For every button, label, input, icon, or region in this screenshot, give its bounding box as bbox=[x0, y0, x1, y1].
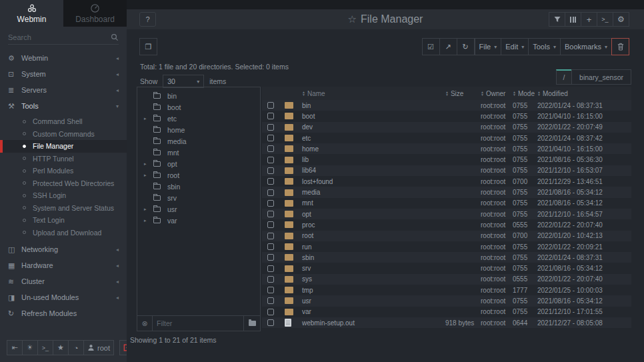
table-row[interactable]: lost+foundroot:root07002021/12/29 - 13:4… bbox=[262, 176, 631, 187]
sidebar-item-http-tunnel[interactable]: HTTP Tunnel bbox=[0, 153, 127, 165]
row-checkbox[interactable] bbox=[267, 276, 274, 283]
file-name[interactable]: lost+found bbox=[302, 178, 445, 185]
tree-item-sbin[interactable]: sbin bbox=[137, 181, 260, 192]
file-name[interactable]: opt bbox=[302, 211, 445, 218]
tree-item-home[interactable]: home bbox=[137, 124, 260, 135]
column-header-modified[interactable]: ▲▼Modified bbox=[537, 90, 631, 97]
terminal-button[interactable]: >_ bbox=[37, 340, 53, 355]
sidebar-item-system-and-server-status[interactable]: System and Server Status bbox=[0, 202, 127, 215]
row-checkbox[interactable] bbox=[267, 309, 274, 315]
theme-button[interactable]: ☀ bbox=[22, 340, 38, 355]
column-header-mode[interactable]: ▲▼Mode bbox=[513, 90, 537, 97]
select-all-button[interactable]: ☑ bbox=[422, 38, 440, 55]
page-size-select[interactable]: 30 ▾ bbox=[163, 75, 204, 88]
row-checkbox[interactable] bbox=[267, 135, 274, 141]
menu-tools-button[interactable]: Tools▾ bbox=[528, 38, 561, 55]
table-row[interactable]: webmin-setup.out918 bytesroot:root064420… bbox=[262, 317, 631, 328]
file-name[interactable]: var bbox=[302, 308, 445, 315]
paste-button[interactable]: ❐ bbox=[139, 38, 157, 55]
sidebar-item-servers[interactable]: ≣Servers◂ bbox=[0, 82, 127, 98]
export-button[interactable]: ↗ bbox=[439, 38, 457, 55]
sidebar-item-cluster[interactable]: ≋Cluster◂ bbox=[0, 273, 127, 289]
tree-item-opt[interactable]: ▸opt bbox=[137, 158, 260, 169]
row-checkbox[interactable] bbox=[267, 167, 274, 174]
sidebar-item-tools[interactable]: ⚒Tools▾ bbox=[0, 98, 127, 114]
row-checkbox[interactable] bbox=[267, 265, 274, 272]
row-checkbox[interactable] bbox=[267, 113, 274, 119]
file-name[interactable]: boot bbox=[302, 113, 445, 120]
sidebar-item-hardware[interactable]: ▦Hardware◂ bbox=[0, 257, 127, 273]
sidebar-item-networking[interactable]: ◫Networking◂ bbox=[0, 241, 127, 257]
menu-bookmarks-button[interactable]: Bookmarks▾ bbox=[560, 38, 612, 55]
table-row[interactable]: binroot:root07552022/01/24 - 08:37:31 bbox=[262, 100, 631, 111]
table-row[interactable]: procroot:root05552022/01/22 - 20:07:40 bbox=[262, 219, 631, 230]
menu-edit-button[interactable]: Edit▾ bbox=[501, 38, 529, 55]
tree-item-etc[interactable]: ▸etc bbox=[137, 113, 260, 124]
column-header-size[interactable]: ▲▼Size bbox=[445, 90, 481, 97]
file-name[interactable]: usr bbox=[302, 297, 445, 305]
filter-input[interactable] bbox=[157, 319, 243, 327]
table-row[interactable]: devroot:root07552022/01/22 - 20:07:49 bbox=[262, 122, 631, 133]
tab-dashboard[interactable]: Dashboard bbox=[63, 0, 127, 27]
columns-button[interactable] bbox=[565, 12, 581, 27]
table-row[interactable]: srvroot:root07552021/08/16 - 05:34:12 bbox=[262, 263, 631, 273]
table-row[interactable]: optroot:root07552021/12/10 - 16:54:57 bbox=[262, 209, 631, 219]
sidebar-item-ssh-login[interactable]: SSH Login bbox=[0, 189, 127, 202]
sidebar-item-refresh-modules[interactable]: ↻Refresh Modules bbox=[0, 305, 127, 321]
user-button[interactable]: root bbox=[83, 340, 114, 355]
menu-file-button[interactable]: File▾ bbox=[475, 38, 502, 55]
breadcrumb-current[interactable]: binary_sensor bbox=[571, 69, 631, 85]
table-row[interactable]: homeroot:root07552021/04/10 - 16:15:00 bbox=[262, 143, 631, 154]
tree-item-bin[interactable]: bin bbox=[137, 90, 260, 101]
tree-item-usr[interactable]: ▸usr bbox=[137, 203, 260, 215]
column-header-name[interactable]: ▲▼Name bbox=[302, 90, 445, 97]
sidebar-item-file-manager[interactable]: File Manager bbox=[0, 140, 127, 153]
row-checkbox[interactable] bbox=[267, 211, 274, 217]
help-button[interactable]: ? bbox=[139, 12, 156, 27]
row-checkbox[interactable] bbox=[267, 221, 274, 228]
file-name[interactable]: tmp bbox=[302, 287, 445, 294]
sidebar-item-custom-commands[interactable]: Custom Commands bbox=[0, 128, 127, 141]
table-row[interactable]: bootroot:root07552021/04/10 - 16:15:00 bbox=[262, 111, 631, 121]
row-checkbox[interactable] bbox=[267, 243, 274, 250]
circle-x-icon[interactable]: ⊗ bbox=[137, 319, 152, 328]
tab-webmin[interactable]: Webmin bbox=[0, 0, 63, 27]
breadcrumb-root[interactable]: / bbox=[556, 69, 572, 85]
file-name[interactable]: dev bbox=[302, 123, 445, 131]
file-name[interactable]: sbin bbox=[302, 254, 445, 261]
search-input[interactable] bbox=[8, 33, 111, 41]
file-name[interactable]: bin bbox=[302, 102, 445, 109]
row-checkbox[interactable] bbox=[267, 287, 274, 293]
tree-item-root[interactable]: ▸root bbox=[137, 169, 260, 181]
table-row[interactable]: rootroot:root07002022/01/20 - 10:42:13 bbox=[262, 231, 631, 241]
sidebar-item-command-shell[interactable]: Command Shell bbox=[0, 115, 127, 128]
file-name[interactable]: media bbox=[302, 189, 445, 196]
table-row[interactable]: mntroot:root07552021/08/16 - 05:34:12 bbox=[262, 198, 631, 209]
tree-item-srv[interactable]: srv bbox=[137, 192, 260, 203]
table-row[interactable]: libroot:root07552021/08/16 - 05:36:30 bbox=[262, 154, 631, 165]
filter-button[interactable] bbox=[549, 12, 565, 27]
table-row[interactable]: runroot:root07552022/01/22 - 20:09:21 bbox=[262, 241, 631, 252]
row-checkbox[interactable] bbox=[267, 319, 274, 326]
row-checkbox[interactable] bbox=[267, 254, 274, 261]
column-header-owner[interactable]: ▲▼Owner bbox=[481, 90, 513, 97]
row-checkbox[interactable] bbox=[267, 178, 274, 185]
file-name[interactable]: mnt bbox=[302, 199, 445, 207]
favorite-star-icon[interactable]: ☆ bbox=[348, 13, 357, 25]
collapse-sidebar-button[interactable]: ⇤ bbox=[7, 340, 23, 355]
file-name[interactable]: webmin-setup.out bbox=[302, 319, 445, 327]
file-name[interactable]: home bbox=[302, 145, 445, 153]
table-row[interactable]: varroot:root07552021/12/10 - 17:01:55 bbox=[262, 307, 631, 317]
tree-item-var[interactable]: ▸var bbox=[137, 215, 260, 226]
tree-item-media[interactable]: media bbox=[137, 135, 260, 147]
tree-item-mnt[interactable]: mnt bbox=[137, 147, 260, 158]
file-name[interactable]: srv bbox=[302, 265, 445, 272]
file-name[interactable]: lib bbox=[302, 156, 445, 163]
table-row[interactable]: sysroot:root05552022/01/22 - 20:07:40 bbox=[262, 274, 631, 285]
add-button[interactable]: + bbox=[581, 12, 597, 27]
row-checkbox[interactable] bbox=[267, 297, 274, 304]
row-checkbox[interactable] bbox=[267, 157, 274, 163]
sidebar-item-perl-modules[interactable]: Perl Modules bbox=[0, 165, 127, 177]
row-checkbox[interactable] bbox=[267, 124, 274, 131]
sidebar-item-un-used-modules[interactable]: ◨Un-used Modules◂ bbox=[0, 289, 127, 305]
